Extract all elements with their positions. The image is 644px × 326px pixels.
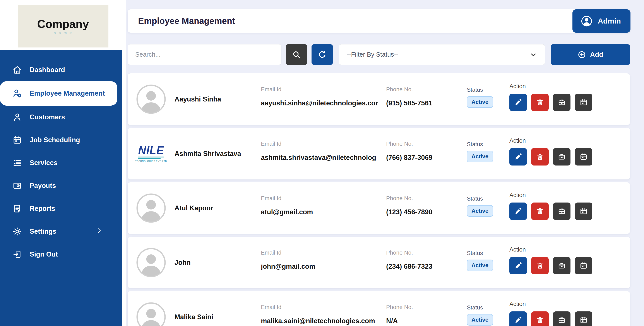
edit-button[interactable] bbox=[510, 202, 527, 220]
sidebar-item-customers[interactable]: Customers bbox=[0, 106, 122, 129]
email-label: Email Id bbox=[261, 195, 382, 202]
phone-value: (234) 686-7323 bbox=[386, 263, 458, 271]
calendar-button[interactable] bbox=[575, 202, 592, 220]
sidebar-item-employee-management[interactable]: Employee Management bbox=[0, 81, 117, 106]
delete-button[interactable] bbox=[531, 202, 549, 220]
logo-area: Company name bbox=[0, 0, 126, 50]
status-badge: Active bbox=[467, 151, 493, 162]
status-column: Status Active bbox=[467, 141, 493, 162]
calendar-icon bbox=[579, 261, 588, 270]
search-input[interactable] bbox=[128, 44, 282, 65]
delete-button[interactable] bbox=[531, 312, 549, 326]
briefcase-button[interactable] bbox=[553, 312, 570, 326]
status-filter-select[interactable]: --Filter By Status-- bbox=[339, 44, 545, 65]
calendar-icon bbox=[12, 135, 22, 145]
email-value: atul@gmail.com bbox=[261, 208, 382, 216]
action-label: Action bbox=[510, 246, 592, 253]
briefcase-button[interactable] bbox=[553, 202, 570, 220]
sidebar-item-label: Customers bbox=[30, 113, 65, 121]
calendar-icon bbox=[579, 98, 588, 107]
phone-column: Phone No. (766) 837-3069 bbox=[386, 141, 458, 162]
briefcase-button[interactable] bbox=[553, 148, 570, 165]
page-header: Employee Management Admin bbox=[128, 9, 630, 33]
status-badge: Active bbox=[467, 205, 493, 217]
company-logo: Company name bbox=[18, 5, 108, 47]
pencil-icon bbox=[514, 153, 522, 161]
action-column: Action bbox=[510, 192, 592, 220]
sidebar-item-label: Settings bbox=[30, 228, 56, 235]
email-value: john@gmail.com bbox=[261, 263, 382, 271]
company-logo-sub: name bbox=[54, 31, 74, 35]
refresh-button[interactable] bbox=[312, 44, 333, 65]
person-placeholder-icon bbox=[136, 248, 166, 277]
action-column: Action bbox=[510, 246, 592, 274]
briefcase-icon bbox=[558, 153, 566, 161]
phone-label: Phone No. bbox=[386, 249, 458, 256]
action-column: Action bbox=[510, 83, 592, 111]
trash-icon bbox=[536, 153, 544, 161]
employee-name: Aayushi Sinha bbox=[174, 73, 253, 125]
search-button[interactable] bbox=[286, 44, 307, 65]
status-badge: Active bbox=[467, 260, 493, 271]
edit-button[interactable] bbox=[510, 148, 527, 165]
delete-button[interactable] bbox=[531, 257, 549, 274]
pencil-icon bbox=[514, 316, 522, 325]
edit-button[interactable] bbox=[510, 257, 527, 274]
sidebar-item-job-scheduling[interactable]: Job Scheduling bbox=[0, 129, 122, 151]
email-column: Email Id atul@gmail.com bbox=[261, 195, 382, 216]
email-label: Email Id bbox=[261, 249, 382, 256]
edit-button[interactable] bbox=[510, 312, 527, 326]
calendar-icon bbox=[579, 316, 588, 325]
phone-value: (766) 837-3069 bbox=[386, 154, 458, 162]
briefcase-button[interactable] bbox=[553, 94, 570, 111]
phone-column: Phone No. (123) 456-7890 bbox=[386, 195, 458, 216]
report-document-icon bbox=[12, 204, 22, 214]
sidebar-item-reports[interactable]: Reports bbox=[0, 197, 122, 220]
briefcase-icon bbox=[558, 98, 566, 107]
calendar-button[interactable] bbox=[575, 94, 592, 111]
status-label: Status bbox=[467, 304, 493, 311]
sidebar-item-payouts[interactable]: Payouts bbox=[0, 174, 122, 197]
action-column: Action bbox=[510, 137, 592, 165]
sidebar-item-label: Services bbox=[30, 159, 58, 167]
toolbar: --Filter By Status-- Add bbox=[128, 44, 630, 65]
admin-button[interactable]: Admin bbox=[572, 9, 630, 33]
nile-logo: NILE TECHNOLOGIES PVT. LTD bbox=[136, 139, 166, 168]
delete-button[interactable] bbox=[531, 148, 549, 165]
services-list-icon bbox=[12, 158, 22, 168]
pencil-icon bbox=[514, 98, 522, 107]
sidebar-item-dashboard[interactable]: Dashboard bbox=[0, 58, 122, 81]
status-column: Status Active bbox=[467, 86, 493, 108]
action-label: Action bbox=[510, 83, 592, 90]
sidebar-item-settings[interactable]: Settings bbox=[0, 220, 122, 243]
calendar-icon bbox=[579, 207, 588, 216]
action-buttons bbox=[510, 148, 592, 165]
delete-button[interactable] bbox=[531, 94, 549, 111]
email-label: Email Id bbox=[261, 304, 382, 311]
trash-icon bbox=[536, 316, 544, 325]
phone-value: N/A bbox=[386, 317, 458, 325]
calendar-button[interactable] bbox=[575, 257, 592, 274]
action-buttons bbox=[510, 202, 592, 220]
app-root: Company name Dashboard Employee Manageme… bbox=[0, 0, 644, 326]
add-label: Add bbox=[590, 51, 603, 59]
email-value: ashmita.shrivastava@niletechnolog bbox=[261, 154, 382, 162]
action-label: Action bbox=[510, 192, 592, 199]
calendar-button[interactable] bbox=[575, 312, 592, 326]
action-column: Action bbox=[510, 301, 592, 326]
employee-row: NILE TECHNOLOGIES PVT. LTD Malika Saini … bbox=[128, 291, 630, 326]
sidebar-item-sign-out[interactable]: Sign Out bbox=[0, 243, 122, 266]
home-icon bbox=[12, 65, 22, 75]
phone-column: Phone No. (234) 686-7323 bbox=[386, 249, 458, 271]
employee-name: John bbox=[174, 237, 253, 288]
employee-row: NILE TECHNOLOGIES PVT. LTD Atul Kapoor E… bbox=[128, 182, 630, 234]
add-button[interactable]: Add bbox=[551, 44, 630, 65]
employee-list: NILE TECHNOLOGIES PVT. LTD Aayushi Sinha… bbox=[128, 73, 630, 326]
employee-row: NILE TECHNOLOGIES PVT. LTD Ashmita Shriv… bbox=[128, 128, 630, 179]
calendar-button[interactable] bbox=[575, 148, 592, 165]
briefcase-icon bbox=[558, 261, 566, 270]
edit-button[interactable] bbox=[510, 94, 527, 111]
briefcase-button[interactable] bbox=[553, 257, 570, 274]
sidebar-item-services[interactable]: Services bbox=[0, 151, 122, 174]
phone-label: Phone No. bbox=[386, 195, 458, 202]
